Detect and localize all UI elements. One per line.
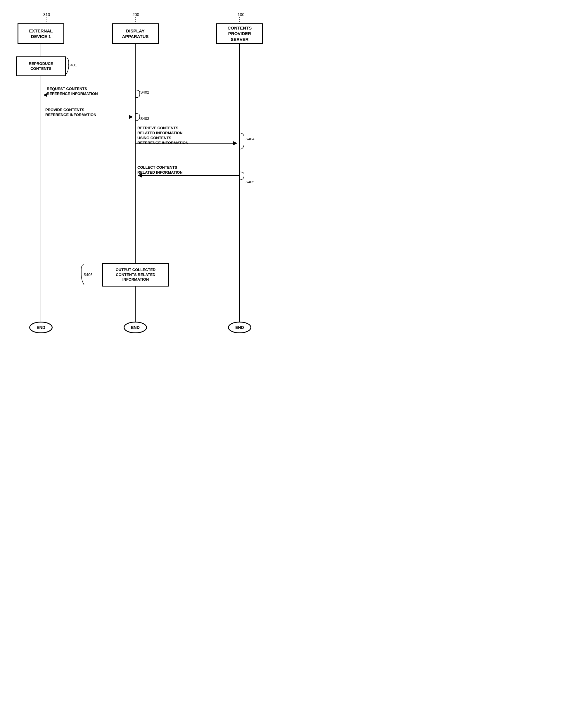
step-S401-box: REPRODUCE CONTENTS: [16, 56, 66, 76]
msg-S403-text: PROVIDE CONTENTSREFERENCE INFORMATION: [45, 108, 97, 118]
connectors: [0, 0, 294, 351]
end-ext-device: END: [29, 322, 52, 333]
sequence-diagram: 310 200 100: [0, 0, 294, 351]
entity-external-device: EXTERNAL DEVICE 1: [17, 23, 64, 44]
ref-310: 310: [43, 12, 50, 17]
step-S401-label: S401: [68, 63, 77, 67]
svg-marker-11: [233, 141, 237, 145]
entity-display-apparatus: DISPLAY APPARATUS: [112, 23, 159, 44]
step-S405-label: S405: [246, 180, 254, 184]
msg-S402-text: REQUEST CONTENTSREFERENCE INFORMATION: [47, 87, 98, 97]
ref-100: 100: [238, 12, 244, 17]
step-S406-box: OUTPUT COLLECTEDCONTENTS RELATEDINFORMAT…: [102, 263, 169, 286]
svg-marker-9: [129, 115, 133, 119]
end-display: END: [124, 322, 147, 333]
step-S404-label: S404: [246, 137, 254, 141]
step-S406-label: S406: [84, 272, 92, 277]
end-provider: END: [228, 322, 251, 333]
step-S403-label: S403: [140, 116, 149, 121]
step-S402-label: S402: [140, 90, 149, 95]
ref-200: 200: [132, 12, 139, 17]
msg-S405-text: COLLECT CONTENTSRELATED INFORMATION: [137, 165, 183, 175]
msg-S404-text: RETRIEVE CONTENTSRELATED INFORMATIONUSIN…: [137, 126, 188, 146]
entity-provider-server: CONTENTS PROVIDER SERVER: [216, 23, 263, 44]
